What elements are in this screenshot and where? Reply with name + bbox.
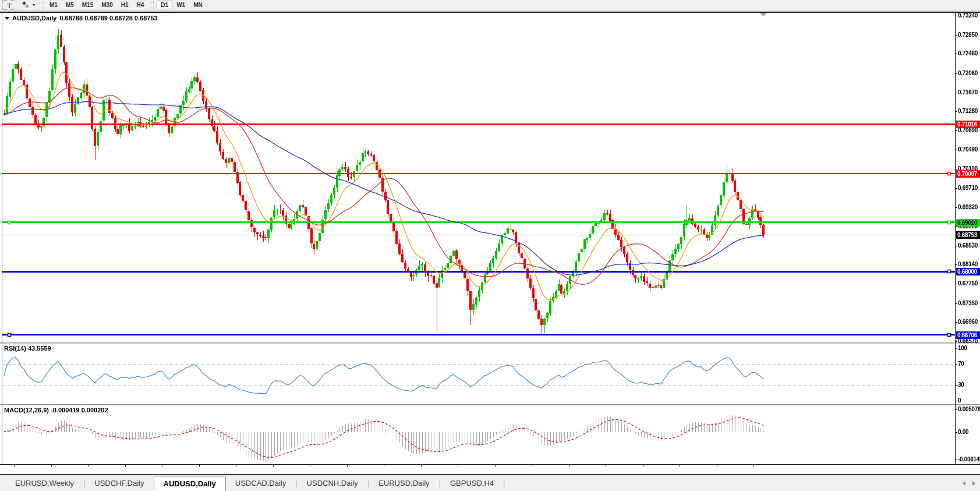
timeframe-button-h1[interactable]: H1 bbox=[117, 1, 133, 9]
chart-ohlc-quote: 0.68788 0.68789 0.68728 0.68753 bbox=[59, 15, 157, 22]
collapse-triangle-icon[interactable] bbox=[5, 17, 9, 20]
date-tick bbox=[273, 465, 274, 467]
axis-tick bbox=[955, 264, 957, 265]
chart-tab-audusd-daily[interactable]: AUDUSD,Daily bbox=[154, 476, 226, 491]
chevron-down-icon[interactable]: ▾ bbox=[33, 2, 35, 8]
hline-price-badge: 0.66706 bbox=[956, 331, 980, 339]
axis-tick bbox=[955, 432, 957, 433]
timeframe-button-h4[interactable]: H4 bbox=[133, 1, 148, 9]
arrange-windows-icon[interactable] bbox=[22, 1, 31, 9]
price-tick-label: 0.72850 bbox=[958, 31, 980, 38]
axis-tick bbox=[955, 93, 957, 93]
chart-tab-usdcad-daily[interactable]: USDCAD,Daily bbox=[226, 475, 295, 491]
price-tick-label: 0.70490 bbox=[958, 146, 980, 153]
date-axis[interactable]: 4 Jan 201923 Jan 201911 Feb 20191 Mar 20… bbox=[0, 465, 980, 474]
axis-tick bbox=[955, 169, 957, 169]
axis-tick bbox=[955, 409, 957, 410]
date-tick bbox=[532, 465, 532, 467]
price-tick-label: 0.66960 bbox=[958, 319, 980, 325]
chart-tab-usdcnh-daily[interactable]: USDCNH,Daily bbox=[298, 475, 367, 491]
timeframe-button-w1[interactable]: W1 bbox=[172, 1, 189, 9]
axis-tick bbox=[955, 246, 957, 246]
timeframe-button-m5[interactable]: M5 bbox=[62, 1, 78, 9]
rsi-tick-label: 30 bbox=[958, 382, 980, 388]
date-tick bbox=[717, 465, 717, 467]
chart-tab-eurusd-daily[interactable]: EURUSD,Daily bbox=[369, 475, 438, 491]
text-tool-button[interactable]: T bbox=[2, 0, 16, 10]
macd-tick-label: 0.005076 bbox=[958, 406, 980, 412]
axis-tick bbox=[955, 460, 957, 460]
price-tick-label: 0.72060 bbox=[958, 70, 980, 76]
chart-tab-usdchf-daily[interactable]: USDCHF,Daily bbox=[85, 475, 153, 491]
hline-price-badge: 0.69010 bbox=[956, 219, 980, 227]
date-tick bbox=[51, 465, 52, 467]
axis-tick bbox=[955, 385, 957, 386]
price-tick-label: 0.73240 bbox=[958, 12, 980, 19]
price-chart-canvas[interactable] bbox=[2, 13, 955, 464]
chart-tab-eurusd-weekly[interactable]: EURUSD,Weekly bbox=[6, 475, 83, 491]
chart-title: AUDUSD,Daily 0.68788 0.68789 0.68728 0.6… bbox=[5, 15, 158, 22]
price-tick-label: 0.67350 bbox=[958, 300, 980, 306]
date-tick bbox=[495, 465, 496, 467]
price-axis-line bbox=[955, 13, 956, 464]
macd-indicator-label: MACD(12,26,9) -0.000419 0.000202 bbox=[4, 407, 108, 414]
timeframe-button-m15[interactable]: M15 bbox=[78, 1, 97, 9]
tab-scroll-left-icon[interactable] bbox=[963, 481, 965, 486]
chart-symbol-label: AUDUSD,Daily bbox=[12, 15, 56, 22]
axis-tick bbox=[955, 188, 957, 189]
date-tick bbox=[421, 465, 422, 467]
rsi-indicator-label: RSI(14) 43.5559 bbox=[4, 345, 51, 352]
axis-tick bbox=[955, 348, 957, 349]
rsi-tick-label: 0 bbox=[958, 397, 980, 404]
toolbar-separator bbox=[151, 1, 154, 9]
axis-tick bbox=[955, 303, 957, 304]
hline-price-badge: 0.71016 bbox=[956, 121, 980, 128]
date-tick bbox=[14, 465, 15, 467]
date-tick bbox=[199, 465, 200, 467]
pane-separator-macd[interactable] bbox=[0, 404, 980, 405]
date-tick bbox=[753, 465, 754, 467]
timeframe-button-mn[interactable]: MN bbox=[189, 1, 207, 9]
pane-separator-rsi[interactable] bbox=[0, 342, 980, 344]
chart-tab-gbpusd-h4[interactable]: GBPUSD,H4 bbox=[441, 475, 503, 491]
axis-tick bbox=[955, 111, 957, 112]
timeframe-button-d1[interactable]: D1 bbox=[157, 1, 172, 9]
date-tick bbox=[88, 465, 89, 467]
date-tick bbox=[125, 465, 126, 467]
axis-tick bbox=[955, 130, 957, 131]
date-tick bbox=[384, 465, 384, 467]
rsi-tick-label: 70 bbox=[958, 361, 980, 367]
timeframe-button-m1[interactable]: M1 bbox=[45, 1, 62, 9]
price-tick-label: 0.68530 bbox=[958, 242, 980, 249]
date-tick bbox=[347, 465, 348, 467]
price-tick-label: 0.71670 bbox=[958, 89, 980, 96]
date-tick bbox=[236, 465, 236, 467]
date-tick bbox=[569, 465, 569, 467]
hline-price-badge: 0.68000 bbox=[956, 268, 980, 275]
timeframe-buttons: M1M5M15M30H1H4D1W1MN bbox=[45, 1, 207, 9]
price-tick-label: 0.71280 bbox=[958, 108, 980, 114]
toolbar-separator bbox=[40, 1, 43, 9]
axis-tick bbox=[955, 35, 957, 36]
date-tick bbox=[606, 465, 606, 467]
terminal-window: T ▾ M1M5M15M30H1H4D1W1MN AUDUSD,Daily 0.… bbox=[0, 0, 980, 491]
macd-tick-label: -0.006148 bbox=[958, 456, 980, 462]
timeframe-button-m30[interactable]: M30 bbox=[97, 1, 116, 9]
axis-tick bbox=[955, 54, 957, 54]
chart-tab-bar: EURUSD,Weekly|USDCHF,DailyAUDUSD,DailyUS… bbox=[0, 475, 980, 491]
price-tick-label: 0.69710 bbox=[958, 185, 980, 191]
tab-scroll-right-icon[interactable] bbox=[972, 481, 975, 486]
tab-divider: | bbox=[503, 475, 505, 491]
axis-tick bbox=[955, 341, 957, 342]
axis-tick bbox=[955, 150, 957, 150]
price-tick-label: 0.67750 bbox=[958, 280, 980, 287]
date-tick bbox=[162, 465, 162, 467]
axis-tick bbox=[955, 207, 957, 208]
chart-shift-marker-icon[interactable] bbox=[760, 13, 767, 16]
hline-price-badge: 0.70007 bbox=[956, 170, 980, 178]
price-tick-label: 0.68140 bbox=[958, 261, 980, 267]
axis-tick bbox=[955, 16, 957, 16]
axis-tick bbox=[955, 322, 957, 323]
current-price-badge: 0.68753 bbox=[956, 231, 980, 239]
date-tick bbox=[310, 465, 310, 467]
